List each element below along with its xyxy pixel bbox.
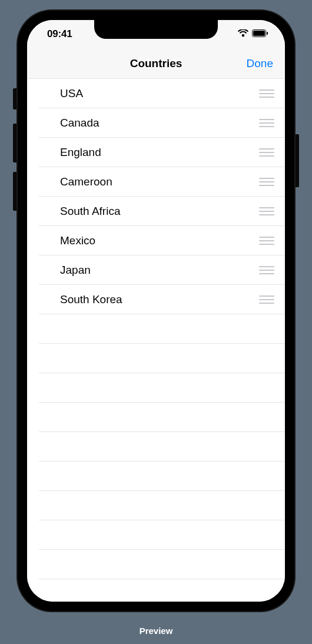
empty-row <box>27 550 285 579</box>
list-item[interactable]: South Korea <box>27 285 285 314</box>
device-volume-down <box>13 172 18 211</box>
device-frame: 09:41 Countries Done USACanadaEnglandCam… <box>18 11 294 611</box>
reorder-handle-icon[interactable] <box>259 237 274 245</box>
device-volume-up <box>13 124 18 162</box>
empty-row <box>27 314 285 344</box>
empty-row <box>27 462 285 491</box>
reorder-handle-icon[interactable] <box>259 207 274 215</box>
status-time: 09:41 <box>47 28 72 40</box>
list-item[interactable]: Mexico <box>27 226 285 255</box>
battery-icon <box>252 29 268 39</box>
status-icons <box>238 29 268 39</box>
empty-row <box>27 432 285 462</box>
list-item[interactable]: South Africa <box>27 197 285 226</box>
empty-row <box>27 491 285 520</box>
preview-label: Preview <box>0 626 312 636</box>
list-item[interactable]: USA <box>27 79 285 108</box>
list-item[interactable]: England <box>27 138 285 167</box>
reorder-handle-icon[interactable] <box>259 89 274 98</box>
svg-rect-2 <box>267 32 268 35</box>
list-item-label: England <box>60 146 259 159</box>
page-title: Countries <box>130 57 182 70</box>
countries-list[interactable]: USACanadaEnglandCameroonSouth AfricaMexi… <box>27 79 285 602</box>
list-item[interactable]: Canada <box>27 108 285 138</box>
screen: 09:41 Countries Done USACanadaEnglandCam… <box>27 20 285 602</box>
empty-row <box>27 344 285 373</box>
list-item-label: South Korea <box>60 293 259 306</box>
list-item-label: Japan <box>60 264 259 277</box>
done-button[interactable]: Done <box>247 57 273 70</box>
device-mute-switch <box>13 88 18 109</box>
device-power-button <box>294 134 299 187</box>
empty-row <box>27 373 285 403</box>
list-item-label: Canada <box>60 117 259 130</box>
device-notch <box>94 20 218 39</box>
reorder-handle-icon[interactable] <box>259 266 274 274</box>
empty-row <box>27 579 285 602</box>
reorder-handle-icon[interactable] <box>259 119 274 127</box>
empty-row <box>27 403 285 432</box>
list-item-label: South Africa <box>60 205 259 218</box>
list-item-label: Mexico <box>60 234 259 247</box>
list-item-label: USA <box>60 87 259 100</box>
empty-row <box>27 520 285 550</box>
list-item[interactable]: Japan <box>27 255 285 285</box>
reorder-handle-icon[interactable] <box>259 178 274 186</box>
list-item[interactable]: Cameroon <box>27 167 285 197</box>
svg-rect-1 <box>253 31 265 36</box>
navigation-bar: Countries Done <box>27 48 285 79</box>
reorder-handle-icon[interactable] <box>259 296 274 304</box>
list-item-label: Cameroon <box>60 175 259 188</box>
wifi-icon <box>238 29 248 39</box>
reorder-handle-icon[interactable] <box>259 148 274 157</box>
